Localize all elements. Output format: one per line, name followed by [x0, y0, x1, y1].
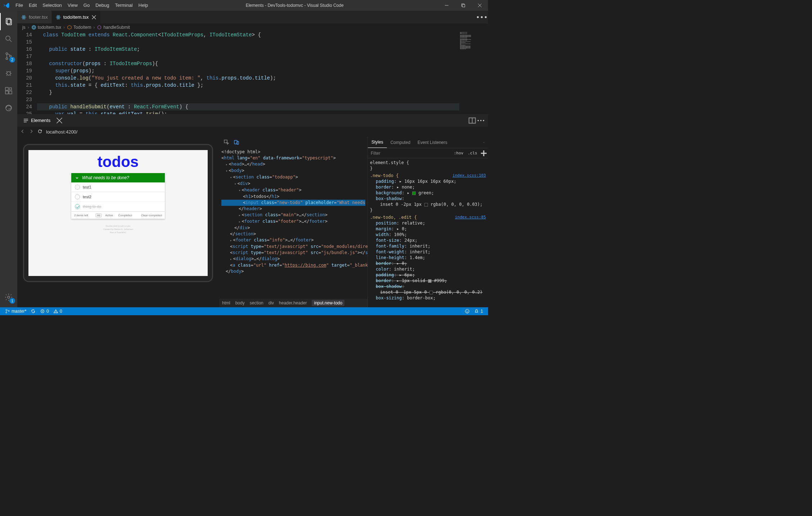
- svg-rect-2: [463, 5, 465, 7]
- dom-crumb[interactable]: html: [222, 300, 230, 305]
- dom-node[interactable]: <script type="text/javascript" src="node…: [221, 244, 365, 250]
- split-editor-icon[interactable]: [468, 116, 477, 125]
- todo-item[interactable]: thing to do: [71, 202, 165, 212]
- menu-go[interactable]: Go: [81, 0, 93, 11]
- dom-breadcrumb[interactable]: htmlbodysectiondivheader.headerinput.new…: [219, 299, 367, 307]
- clear-completed-button[interactable]: Clear completed: [141, 214, 162, 217]
- dom-node[interactable]: </body>: [221, 268, 365, 275]
- dom-node[interactable]: <footer class="footer">…</footer>: [221, 218, 365, 225]
- minimize-button[interactable]: [438, 0, 455, 11]
- settings-icon[interactable]: 1: [0, 289, 17, 306]
- debug-icon[interactable]: [0, 65, 17, 82]
- filter-active[interactable]: Active: [104, 213, 114, 217]
- svg-rect-19: [5, 87, 8, 90]
- todo-item[interactable]: test1: [71, 182, 165, 192]
- dom-crumb[interactable]: body: [235, 300, 245, 305]
- styles-tab-styles[interactable]: Styles: [368, 137, 387, 148]
- extensions-icon[interactable]: [0, 82, 17, 99]
- todo-item[interactable]: test2: [71, 192, 165, 202]
- breadcrumb-file[interactable]: todoItem.tsx: [31, 25, 61, 30]
- dom-node[interactable]: <input class="new-todo" placeholder="Wha…: [221, 200, 365, 206]
- dom-node[interactable]: </div>: [221, 225, 365, 231]
- hov-toggle[interactable]: :hov: [452, 151, 466, 155]
- device-toolbar-icon[interactable]: [234, 139, 239, 146]
- close-button[interactable]: [472, 0, 488, 11]
- new-todo-input[interactable]: What needs to be done?: [71, 173, 165, 182]
- dom-node[interactable]: <footer class="info">…</footer>: [221, 237, 365, 244]
- breadcrumb-method[interactable]: handleSubmit: [97, 25, 130, 30]
- dom-node[interactable]: <html lang="en" data-framework="typescri…: [221, 155, 365, 161]
- edge-icon[interactable]: [0, 99, 17, 117]
- panel-more-icon[interactable]: [477, 116, 485, 125]
- dom-crumb[interactable]: section: [250, 300, 263, 305]
- inspect-element-icon[interactable]: [224, 139, 229, 146]
- menu-terminal[interactable]: Terminal: [112, 0, 135, 11]
- menu-view[interactable]: View: [65, 0, 81, 11]
- dom-node[interactable]: <section class="todoapp">: [221, 174, 365, 181]
- explorer-icon[interactable]: [0, 13, 17, 30]
- tabs-overflow-icon[interactable]: [475, 11, 488, 23]
- menu-file[interactable]: File: [13, 0, 26, 11]
- minimap[interactable]: ████████████████████████████████████████…: [459, 31, 488, 114]
- menu-help[interactable]: Help: [136, 0, 151, 11]
- dom-crumb[interactable]: div: [269, 300, 274, 305]
- elements-panel-tab[interactable]: Elements: [20, 116, 53, 125]
- nav-forward-icon[interactable]: [29, 129, 34, 135]
- dom-node[interactable]: <a class="url" href="https://bing.com" t…: [221, 262, 365, 268]
- dom-node[interactable]: <section class="main">…</section>: [221, 212, 365, 218]
- menu-bar: FileEditSelectionViewGoDebugTerminalHelp: [13, 0, 151, 11]
- styles-tab-computed[interactable]: Computed: [387, 137, 414, 148]
- dom-node[interactable]: <body>: [221, 168, 365, 174]
- url-bar[interactable]: localhost:4200/: [46, 129, 77, 135]
- menu-selection[interactable]: Selection: [40, 0, 64, 11]
- dom-node[interactable]: <!doctype html>: [221, 149, 365, 155]
- editor-tab[interactable]: todoItem.tsx: [52, 11, 101, 23]
- reload-icon[interactable]: [37, 129, 42, 135]
- dom-node[interactable]: </header>: [221, 206, 365, 212]
- problems-errors[interactable]: 0: [38, 309, 51, 314]
- search-icon[interactable]: [0, 30, 17, 47]
- dom-node[interactable]: <div>: [221, 181, 365, 187]
- breadcrumb-class[interactable]: TodoItem: [67, 25, 91, 30]
- nav-back-icon[interactable]: [20, 129, 25, 135]
- dom-crumb[interactable]: input.new-todo: [312, 300, 344, 306]
- styles-body[interactable]: element.style {}.new-todo {index.scss:10…: [368, 158, 488, 307]
- notifications-icon[interactable]: 1: [472, 309, 485, 314]
- dom-crumb[interactable]: header.header: [279, 300, 307, 305]
- dom-node[interactable]: <header class="header">: [221, 187, 365, 194]
- breadcrumb-folder[interactable]: js: [22, 25, 26, 30]
- dom-node[interactable]: <h1>todos</h1>: [221, 194, 365, 200]
- source-control-icon[interactable]: 2: [0, 47, 17, 65]
- dom-tree[interactable]: <!doctype html><html lang="en" data-fram…: [219, 148, 367, 299]
- dom-node[interactable]: </section>: [221, 231, 365, 237]
- editor-tab[interactable]: footer.tsx: [17, 11, 52, 23]
- sync-icon[interactable]: [28, 309, 38, 314]
- filter-completed[interactable]: Completed: [117, 213, 134, 217]
- svg-line-18: [10, 75, 11, 76]
- code-editor[interactable]: 141516171819202122232425 class TodoItem …: [17, 31, 488, 114]
- todo-app-title: todos: [28, 153, 208, 171]
- styles-filter-input[interactable]: Filter: [368, 151, 452, 156]
- cls-toggle[interactable]: .cls: [466, 151, 480, 155]
- feedback-icon[interactable]: [463, 309, 472, 314]
- dom-node[interactable]: <script type="text/javascript" src="js/b…: [221, 250, 365, 256]
- styles-overflow-icon[interactable]: [479, 137, 488, 148]
- filter-all[interactable]: All: [96, 213, 102, 217]
- todo-toggle-icon[interactable]: [75, 185, 80, 190]
- devtools-toolbar: localhost:4200/: [17, 127, 488, 137]
- menu-debug[interactable]: Debug: [93, 0, 112, 11]
- git-branch[interactable]: master*: [3, 309, 28, 314]
- panel-close-icon[interactable]: [56, 117, 63, 124]
- breadcrumb[interactable]: js › todoItem.tsx › TodoItem › handleSub…: [17, 23, 488, 31]
- tab-close-icon[interactable]: [91, 14, 97, 20]
- dom-node[interactable]: <dialog>…</dialog>: [221, 256, 365, 262]
- menu-edit[interactable]: Edit: [26, 0, 40, 11]
- todo-toggle-icon[interactable]: [75, 204, 80, 209]
- todo-count: 2 items left: [74, 214, 88, 217]
- styles-tab-event-listeners[interactable]: Event Listeners: [414, 137, 451, 148]
- new-style-rule-icon[interactable]: [479, 149, 488, 158]
- dom-node[interactable]: <head>…</head>: [221, 161, 365, 168]
- problems-warnings[interactable]: 0: [51, 309, 64, 314]
- maximize-button[interactable]: [455, 0, 472, 11]
- todo-toggle-icon[interactable]: [75, 194, 80, 199]
